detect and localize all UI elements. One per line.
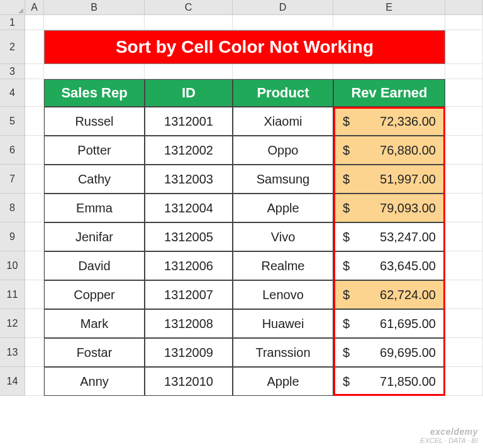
empty-cell[interactable] bbox=[445, 136, 483, 165]
cell-rev-1[interactable]: $76,880.00 bbox=[333, 136, 445, 165]
row-header-4[interactable]: 4 bbox=[0, 79, 25, 107]
column-header-A[interactable]: A bbox=[25, 0, 44, 15]
empty-cell[interactable] bbox=[25, 79, 44, 107]
cell-rev-9[interactable]: $71,850.00 bbox=[333, 367, 445, 396]
table-header-3[interactable]: Rev Earned bbox=[333, 79, 445, 107]
cell-rep-5[interactable]: David bbox=[44, 251, 145, 280]
empty-cell[interactable] bbox=[44, 15, 145, 30]
cell-rep-6[interactable]: Copper bbox=[44, 280, 145, 309]
cell-id-4[interactable]: 1312005 bbox=[145, 222, 233, 251]
row-header-5[interactable]: 5 bbox=[0, 107, 25, 136]
empty-cell[interactable] bbox=[25, 194, 44, 222]
table-header-2[interactable]: Product bbox=[233, 79, 333, 107]
empty-cell[interactable] bbox=[25, 165, 44, 194]
row-header-8[interactable]: 8 bbox=[0, 194, 25, 222]
cell-rev-5[interactable]: $63,645.00 bbox=[333, 251, 445, 280]
cell-rep-3[interactable]: Emma bbox=[44, 194, 145, 222]
empty-cell[interactable] bbox=[25, 64, 44, 79]
empty-cell[interactable] bbox=[25, 30, 44, 64]
empty-cell[interactable] bbox=[445, 107, 483, 136]
empty-cell[interactable] bbox=[445, 280, 483, 309]
cell-product-9[interactable]: Apple bbox=[233, 367, 333, 396]
empty-cell[interactable] bbox=[445, 367, 483, 396]
cell-id-8[interactable]: 1312009 bbox=[145, 338, 233, 367]
cell-product-3[interactable]: Apple bbox=[233, 194, 333, 222]
empty-cell[interactable] bbox=[233, 15, 333, 30]
cell-rep-9[interactable]: Anny bbox=[44, 367, 145, 396]
cell-product-5[interactable]: Realme bbox=[233, 251, 333, 280]
cell-rev-6[interactable]: $62,724.00 bbox=[333, 280, 445, 309]
empty-cell[interactable] bbox=[445, 30, 483, 64]
empty-cell[interactable] bbox=[25, 251, 44, 280]
row-header-12[interactable]: 12 bbox=[0, 309, 25, 338]
cell-rev-0[interactable]: $72,336.00 bbox=[333, 107, 445, 136]
empty-cell[interactable] bbox=[25, 309, 44, 338]
cell-rep-0[interactable]: Russel bbox=[44, 107, 145, 136]
cell-product-1[interactable]: Oppo bbox=[233, 136, 333, 165]
cell-id-3[interactable]: 1312004 bbox=[145, 194, 233, 222]
column-header-extra[interactable] bbox=[445, 0, 483, 15]
empty-cell[interactable] bbox=[333, 15, 445, 30]
column-header-B[interactable]: B bbox=[44, 0, 145, 15]
cell-product-8[interactable]: Transsion bbox=[233, 338, 333, 367]
empty-cell[interactable] bbox=[25, 15, 44, 30]
cell-product-4[interactable]: Vivo bbox=[233, 222, 333, 251]
empty-cell[interactable] bbox=[145, 64, 233, 79]
empty-cell[interactable] bbox=[445, 165, 483, 194]
empty-cell[interactable] bbox=[25, 338, 44, 367]
empty-cell[interactable] bbox=[25, 280, 44, 309]
empty-cell[interactable] bbox=[445, 15, 483, 30]
cell-rep-8[interactable]: Fostar bbox=[44, 338, 145, 367]
row-header-1[interactable]: 1 bbox=[0, 15, 25, 30]
cell-id-0[interactable]: 1312001 bbox=[145, 107, 233, 136]
cell-rev-2[interactable]: $51,997.00 bbox=[333, 165, 445, 194]
empty-cell[interactable] bbox=[233, 64, 333, 79]
cell-rep-2[interactable]: Cathy bbox=[44, 165, 145, 194]
cell-rep-4[interactable]: Jenifar bbox=[44, 222, 145, 251]
empty-cell[interactable] bbox=[25, 136, 44, 165]
empty-cell[interactable] bbox=[445, 251, 483, 280]
select-all-cell[interactable] bbox=[0, 0, 25, 15]
table-header-0[interactable]: Sales Rep bbox=[44, 79, 145, 107]
row-header-7[interactable]: 7 bbox=[0, 165, 25, 194]
empty-cell[interactable] bbox=[445, 222, 483, 251]
row-header-14[interactable]: 14 bbox=[0, 367, 25, 396]
empty-cell[interactable] bbox=[445, 64, 483, 79]
cell-id-2[interactable]: 1312003 bbox=[145, 165, 233, 194]
table-header-1[interactable]: ID bbox=[145, 79, 233, 107]
row-header-13[interactable]: 13 bbox=[0, 338, 25, 367]
row-header-9[interactable]: 9 bbox=[0, 222, 25, 251]
empty-cell[interactable] bbox=[44, 64, 145, 79]
empty-cell[interactable] bbox=[445, 338, 483, 367]
cell-product-2[interactable]: Samsung bbox=[233, 165, 333, 194]
empty-cell[interactable] bbox=[25, 222, 44, 251]
cell-rep-1[interactable]: Potter bbox=[44, 136, 145, 165]
empty-cell[interactable] bbox=[25, 107, 44, 136]
cell-rep-7[interactable]: Mark bbox=[44, 309, 145, 338]
cell-id-6[interactable]: 1312007 bbox=[145, 280, 233, 309]
cell-id-9[interactable]: 1312010 bbox=[145, 367, 233, 396]
row-header-2[interactable]: 2 bbox=[0, 30, 25, 64]
empty-cell[interactable] bbox=[445, 79, 483, 107]
row-header-10[interactable]: 10 bbox=[0, 251, 25, 280]
empty-cell[interactable] bbox=[445, 309, 483, 338]
cell-id-7[interactable]: 1312008 bbox=[145, 309, 233, 338]
cell-id-5[interactable]: 1312006 bbox=[145, 251, 233, 280]
row-header-11[interactable]: 11 bbox=[0, 280, 25, 309]
cell-product-0[interactable]: Xiaomi bbox=[233, 107, 333, 136]
cell-rev-4[interactable]: $53,247.00 bbox=[333, 222, 445, 251]
empty-cell[interactable] bbox=[145, 15, 233, 30]
cell-rev-8[interactable]: $69,695.00 bbox=[333, 338, 445, 367]
cell-rev-7[interactable]: $61,695.00 bbox=[333, 309, 445, 338]
row-header-3[interactable]: 3 bbox=[0, 64, 25, 79]
column-header-C[interactable]: C bbox=[145, 0, 233, 15]
column-header-D[interactable]: D bbox=[233, 0, 333, 15]
cell-product-6[interactable]: Lenovo bbox=[233, 280, 333, 309]
row-header-6[interactable]: 6 bbox=[0, 136, 25, 165]
cell-id-1[interactable]: 1312002 bbox=[145, 136, 233, 165]
empty-cell[interactable] bbox=[445, 194, 483, 222]
empty-cell[interactable] bbox=[25, 367, 44, 396]
cell-product-7[interactable]: Huawei bbox=[233, 309, 333, 338]
empty-cell[interactable] bbox=[333, 64, 445, 79]
cell-rev-3[interactable]: $79,093.00 bbox=[333, 194, 445, 222]
